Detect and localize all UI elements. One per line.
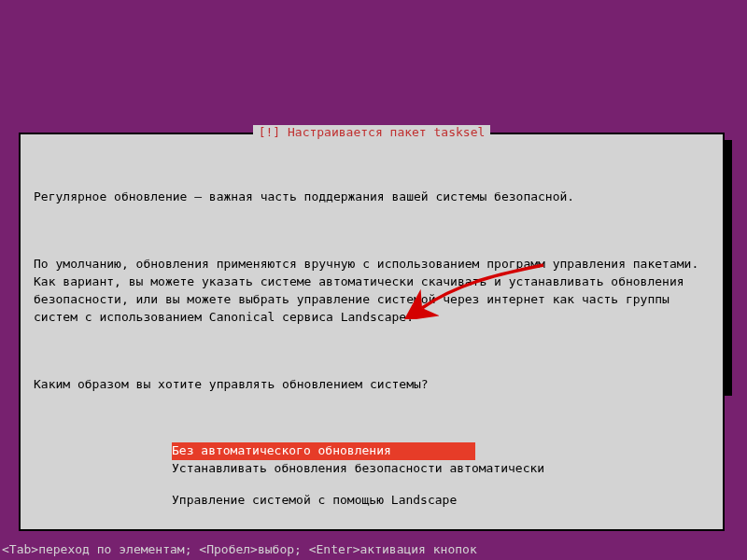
dialog-body: Регулярное обновление – важная часть под…	[34, 153, 710, 442]
tasksel-dialog: [!] Настраивается пакет tasksel Регулярн…	[19, 133, 725, 531]
paragraph-2: По умолчанию, обновления применяются вру…	[34, 256, 710, 326]
option-landscape[interactable]: Управление системой с помощью Landscape	[172, 492, 710, 510]
update-question: Каким образом вы хотите управлять обновл…	[34, 376, 710, 394]
dialog-title-wrap: [!] Настраивается пакет tasksel	[21, 125, 723, 139]
paragraph-1: Регулярное обновление – важная часть под…	[34, 189, 710, 206]
footer-hint: <Tab>переход по элементам; <Пробел>выбор…	[2, 542, 477, 556]
dialog-title: [!] Настраивается пакет tasksel	[253, 125, 491, 139]
option-security-auto[interactable]: Устанавливать обновления безопасности ав…	[172, 460, 710, 478]
options-list: Без автоматического обновления Устанавли…	[34, 442, 710, 510]
option-no-auto-update[interactable]: Без автоматического обновления	[172, 442, 475, 460]
